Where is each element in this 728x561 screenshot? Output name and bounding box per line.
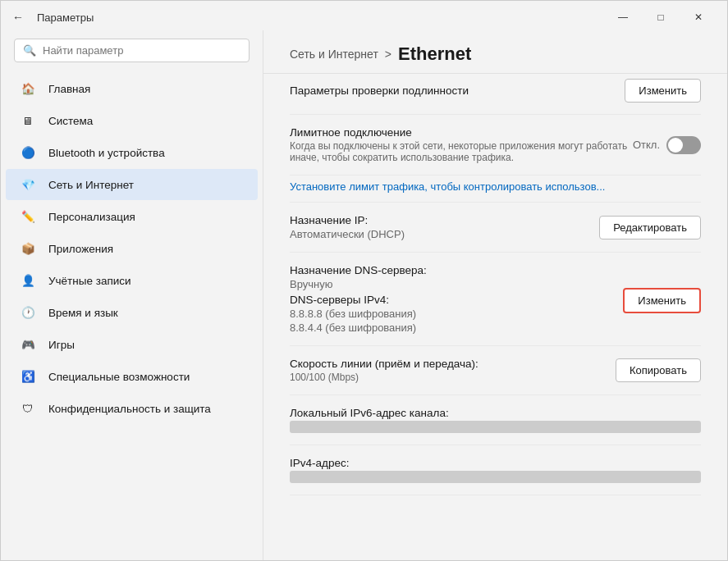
maximize-button[interactable]: □ [642,4,680,30]
ip-assignment-value: Автоматически (DHCP) [290,228,599,240]
breadcrumb-parent: Сеть и Интернет [290,48,378,61]
sidebar-item-label-bluetooth: Bluetooth и устройства [48,147,165,159]
speed-copy-button[interactable]: Копировать [616,358,701,382]
sidebar-item-network[interactable]: 💎Сеть и Интернет [6,169,258,200]
dns-assignment-label: Назначение DNS-сервера: [290,264,623,276]
content-area: Сеть и Интернет > Ethernet Параметры про… [263,30,727,560]
dns-servers-label: DNS-серверы IPv4: [290,294,623,306]
accounts-icon: 👤 [19,271,37,290]
titlebar-left: ← Параметры [7,9,94,25]
metered-toggle[interactable] [666,136,701,154]
gaming-icon: 🎮 [19,335,37,353]
auth-check-right: Изменить [625,79,701,103]
ipv6-local-label: Локальный IPv6-адрес канала: [290,407,701,419]
sidebar-item-apps[interactable]: 📦Приложения [6,233,258,264]
sidebar-item-accessibility[interactable]: ♿Специальные возможности [6,361,258,392]
search-box[interactable]: 🔍 [14,39,250,62]
sidebar-item-label-accounts: Учётные записи [48,275,131,287]
auth-check-button[interactable]: Изменить [625,79,701,103]
sidebar-item-personalization[interactable]: ✏️Персонализация [6,201,258,232]
accessibility-icon: ♿ [19,367,37,385]
sidebar-item-label-system: Система [48,115,93,127]
sidebar-item-label-time: Время и язык [48,307,118,319]
speed-value: 100/100 (Mbps) [290,372,616,383]
dns-assignment-value: Вручную [290,278,623,290]
metered-link[interactable]: Установите лимит трафика, чтобы контроли… [290,180,605,193]
ip-assignment-right: Редактировать [599,216,701,239]
sidebar-item-system[interactable]: 🖥Система [6,105,258,136]
ipv4-label: IPv4-адрес: [290,457,701,469]
ipv4-row: IPv4-адрес: ███████████ [290,445,701,495]
toggle-container: Откл. [633,136,701,154]
metered-sublabel: Когда вы подключены к этой сети, некотор… [290,140,633,163]
close-button[interactable]: ✕ [680,4,717,30]
sidebar-item-label-accessibility: Специальные возможности [48,371,190,383]
ipv4-value: ███████████ [290,471,701,483]
dns-assignment-left: Назначение DNS-сервера: Вручную DNS-серв… [290,264,623,334]
sidebar-item-label-gaming: Игры [48,339,75,351]
apps-icon: 📦 [19,239,37,258]
sidebar-item-label-home: Главная [48,83,90,95]
metered-link-row: Установите лимит трафика, чтобы контроли… [290,176,701,203]
speed-label: Скорость линии (приём и передача): [290,358,616,370]
ipv6-local-value: ██████████████ [290,421,701,433]
ip-assignment-row: Назначение IP: Автоматически (DHCP) Реда… [290,203,701,253]
dns2-value: 8.8.4.4 (без шифрования) [290,322,623,334]
privacy-icon: 🛡 [19,399,37,417]
settings-content: Параметры проверки подлинности Изменить … [263,74,727,560]
time-icon: 🕐 [19,303,37,322]
breadcrumb: Сеть и Интернет > Ethernet [290,43,701,65]
titlebar-controls: — □ ✕ [604,4,717,30]
breadcrumb-current: Ethernet [398,43,471,65]
page-header: Сеть и Интернет > Ethernet [263,30,727,74]
ipv6-local-left: Локальный IPv6-адрес канала: ███████████… [290,407,701,433]
sidebar-item-home[interactable]: 🏠Главная [6,73,258,104]
metered-label: Лимитное подключение [290,126,633,139]
sidebar: 🔍 🏠Главная🖥Система🔵Bluetooth и устройств… [1,30,263,560]
ipv6-local-row: Локальный IPv6-адрес канала: ███████████… [290,395,701,445]
ip-assignment-label: Назначение IP: [290,214,599,226]
sidebar-item-label-personalization: Персонализация [48,211,135,223]
titlebar: ← Параметры — □ ✕ [1,1,727,30]
metered-row: Лимитное подключение Когда вы подключены… [290,115,701,176]
speed-right: Копировать [616,358,701,382]
minimize-button[interactable]: — [604,4,642,30]
search-input[interactable] [43,44,240,57]
auth-check-left: Параметры проверки подлинности [290,84,625,97]
network-icon: 💎 [19,176,37,194]
window: ← Параметры — □ ✕ 🔍 🏠Главная🖥Система🔵Blu… [0,0,728,561]
breadcrumb-sep: > [385,48,391,61]
nav-list: 🏠Главная🖥Система🔵Bluetooth и устройства💎… [1,72,263,425]
dns1-value: 8.8.8.8 (без шифрования) [290,308,623,320]
bluetooth-icon: 🔵 [19,144,37,162]
system-icon: 🖥 [19,112,37,130]
toggle-off-label: Откл. [633,139,660,151]
sidebar-item-accounts[interactable]: 👤Учётные записи [6,265,258,296]
ip-edit-button[interactable]: Редактировать [599,216,701,239]
sidebar-item-bluetooth[interactable]: 🔵Bluetooth и устройства [6,137,258,168]
search-icon: 🔍 [23,44,36,57]
sidebar-item-label-apps: Приложения [48,243,113,255]
sidebar-item-gaming[interactable]: 🎮Игры [6,329,258,360]
sidebar-item-privacy[interactable]: 🛡Конфиденциальность и защита [6,393,258,424]
dns-assignment-right: Изменить [623,285,701,313]
titlebar-title: Параметры [37,11,94,24]
speed-row: Скорость линии (приём и передача): 100/1… [290,346,701,395]
metered-right: Откл. [633,136,701,154]
home-icon: 🏠 [19,80,37,98]
personalization-icon: ✏️ [19,208,37,226]
sidebar-item-label-privacy: Конфиденциальность и защита [48,403,211,415]
main-layout: 🔍 🏠Главная🖥Система🔵Bluetooth и устройств… [1,30,727,560]
auth-check-row: Параметры проверки подлинности Изменить [290,74,701,115]
dns-change-button[interactable]: Изменить [623,288,701,313]
metered-left: Лимитное подключение Когда вы подключены… [290,126,633,163]
speed-left: Скорость линии (приём и передача): 100/1… [290,358,616,383]
sidebar-item-label-network: Сеть и Интернет [48,179,134,191]
auth-check-label: Параметры проверки подлинности [290,84,625,97]
back-button[interactable]: ← [7,9,29,25]
ip-assignment-left: Назначение IP: Автоматически (DHCP) [290,214,599,240]
dns-assignment-row: Назначение DNS-сервера: Вручную DNS-серв… [290,253,701,346]
sidebar-item-time[interactable]: 🕐Время и язык [6,297,258,328]
toggle-thumb [668,138,683,153]
